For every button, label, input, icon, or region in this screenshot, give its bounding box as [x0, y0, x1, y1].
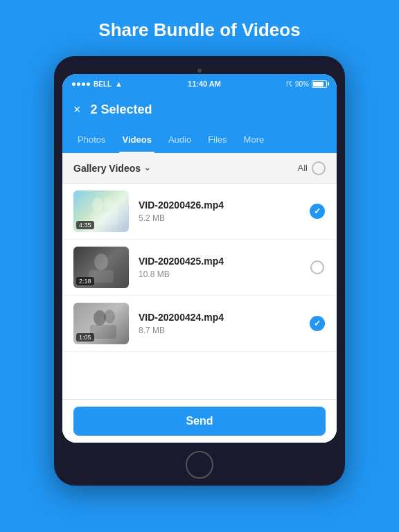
all-label-text: All [298, 163, 308, 173]
send-button[interactable]: Send [73, 407, 326, 436]
svg-point-6 [104, 310, 115, 323]
send-section: Send [62, 399, 337, 443]
thumbnail: 4:35 [73, 190, 129, 232]
battery-icon [312, 80, 327, 88]
video-info: VID-20200426.mp4 5.2 MB [139, 200, 299, 223]
signal-dot [82, 82, 85, 86]
tab-files[interactable]: Files [200, 125, 235, 153]
wifi-icon: ▲ [115, 80, 123, 88]
duration-badge: 2:18 [76, 277, 94, 285]
status-left: BELL ▲ [72, 80, 123, 88]
check-selected-icon [310, 316, 325, 331]
signal-dot [77, 82, 80, 86]
video-checkbox[interactable] [309, 203, 326, 220]
selected-count-label: 2 Selected [91, 103, 326, 117]
tab-videos[interactable]: Videos [114, 125, 159, 153]
svg-point-0 [92, 197, 103, 211]
all-select[interactable]: All [298, 161, 326, 175]
list-item[interactable]: 1:05 VID-20200424.mp4 8.7 MB [62, 296, 337, 352]
duration-badge: 4:35 [76, 221, 94, 229]
signal-dots [72, 82, 90, 86]
status-time: 11:40 AM [188, 80, 221, 88]
video-name: VID-20200425.mp4 [139, 256, 299, 267]
tablet-frame: BELL ▲ 11:40 AM ☈ 90% × 2 Selected Photo… [54, 56, 345, 486]
battery-fill [313, 82, 323, 87]
screen: BELL ▲ 11:40 AM ☈ 90% × 2 Selected Photo… [62, 74, 337, 443]
signal-dot [87, 82, 90, 86]
gallery-header: Gallery Videos ⌄ All [62, 153, 337, 184]
svg-point-3 [94, 254, 108, 270]
gallery-title-text: Gallery Videos [73, 163, 141, 174]
select-all-checkbox[interactable] [312, 161, 326, 175]
page-title: Share Bundle of Videos [98, 19, 300, 41]
check-selected-icon [310, 204, 325, 219]
svg-rect-2 [91, 211, 118, 225]
status-right: ☈ 90% [286, 80, 327, 88]
list-item[interactable]: 4:35 VID-20200426.mp4 5.2 MB [62, 184, 337, 240]
carrier-label: BELL [94, 80, 112, 88]
thumbnail: 2:18 [73, 247, 129, 288]
check-empty-icon [310, 260, 324, 274]
video-name: VID-20200424.mp4 [139, 312, 299, 323]
bluetooth-icon: ☈ [286, 80, 292, 88]
status-bar: BELL ▲ 11:40 AM ☈ 90% [62, 74, 337, 94]
tab-photos[interactable]: Photos [69, 125, 114, 153]
signal-dot [72, 82, 76, 86]
tab-more[interactable]: More [236, 125, 273, 153]
video-info: VID-20200425.mp4 10.8 MB [139, 256, 299, 279]
duration-badge: 1:05 [76, 333, 94, 342]
gallery-dropdown[interactable]: Gallery Videos ⌄ [73, 163, 150, 174]
video-checkbox[interactable] [309, 315, 326, 332]
close-button[interactable]: × [73, 103, 81, 116]
svg-point-1 [103, 197, 113, 209]
video-size: 10.8 MB [139, 269, 299, 279]
video-checkbox[interactable] [309, 259, 326, 276]
video-list: 4:35 VID-20200426.mp4 5.2 MB [62, 184, 337, 399]
battery-percent: 90% [295, 80, 309, 88]
video-name: VID-20200426.mp4 [139, 200, 299, 211]
list-item[interactable]: 2:18 VID-20200425.mp4 10.8 MB [62, 240, 337, 296]
header-bar: × 2 Selected [62, 94, 337, 125]
svg-rect-7 [90, 325, 116, 339]
tabs-bar: Photos Videos Audio Files More [62, 125, 337, 153]
video-size: 5.2 MB [139, 213, 299, 223]
video-info: VID-20200424.mp4 8.7 MB [139, 312, 299, 335]
tab-audio[interactable]: Audio [160, 125, 200, 153]
thumbnail: 1:05 [73, 303, 129, 344]
video-size: 8.7 MB [139, 326, 299, 335]
chevron-down-icon: ⌄ [144, 163, 150, 172]
